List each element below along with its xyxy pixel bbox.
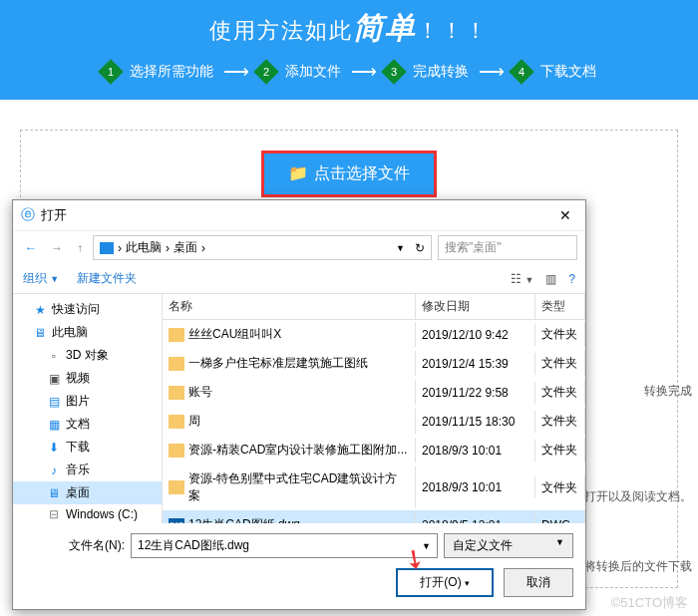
- file-date: 2019/12/10 9:42: [416, 324, 535, 346]
- up-button[interactable]: ↑: [73, 239, 87, 257]
- view-details-icon[interactable]: ▥: [545, 272, 556, 286]
- file-type: 文件夹: [535, 438, 585, 462]
- banner-title: 使用方法如此简单！！！: [0, 8, 698, 49]
- crumb[interactable]: 桌面: [174, 239, 197, 256]
- folder-icon: [169, 444, 184, 458]
- step-num-1: 1: [98, 59, 123, 84]
- chevron-down-icon[interactable]: ▼: [396, 243, 405, 253]
- folder-icon: ⬇: [47, 441, 61, 455]
- file-type: 文件夹: [535, 475, 585, 500]
- file-type: 文件夹: [535, 322, 585, 347]
- file-type: 文件夹: [535, 351, 585, 376]
- pc-icon: [100, 242, 114, 254]
- sidebar-item[interactable]: ⊟Windows (C:): [13, 504, 162, 523]
- step-3: 完成转换: [413, 63, 469, 81]
- sidebar-item[interactable]: 🖥桌面: [13, 481, 162, 504]
- forward-button[interactable]: →: [47, 239, 67, 257]
- sidebar-label: 此电脑: [52, 324, 88, 341]
- file-row[interactable]: 资源-精装CAD室内设计装修施工图附加...2018/9/3 10:01文件夹: [163, 436, 585, 464]
- side-text: 打开以及阅读文档。: [584, 488, 692, 505]
- col-type[interactable]: 类型: [535, 294, 585, 319]
- sidebar-item[interactable]: ▫3D 对象: [13, 344, 162, 367]
- chevron-down-icon[interactable]: ▼: [422, 541, 431, 551]
- organize-menu[interactable]: 组织 ▼: [23, 270, 59, 287]
- sidebar-item[interactable]: ▤图片: [13, 390, 162, 413]
- file-row[interactable]: CAD12生肖CAD图纸.dwg2018/9/5 12:01DWG: [163, 510, 585, 523]
- step-1: 选择所需功能: [130, 63, 213, 81]
- sidebar-label: 音乐: [66, 462, 90, 478]
- file-date: 2019/11/15 18:30: [416, 411, 535, 433]
- folder-icon: [169, 357, 184, 371]
- sidebar-label: Windows (C:): [66, 507, 138, 521]
- file-row[interactable]: 资源-特色别墅中式住宅CAD建筑设计方案2018/9/3 10:01文件夹: [163, 464, 585, 510]
- open-button[interactable]: 打开(O) ▾: [396, 568, 494, 597]
- file-type: 文件夹: [535, 380, 585, 405]
- file-type: 文件夹: [535, 409, 585, 434]
- breadcrumb[interactable]: › 此电脑 › 桌面 › ▼ ↻: [93, 235, 432, 260]
- file-row[interactable]: 丝丝CAU组叫叫X2019/12/10 9:42文件夹: [163, 320, 585, 349]
- folder-icon: ▦: [47, 418, 61, 432]
- file-name: 账号: [188, 384, 212, 401]
- back-button[interactable]: ←: [21, 239, 41, 257]
- sidebar-item[interactable]: ⬇下载: [13, 436, 162, 459]
- step-4: 下载文档: [540, 63, 596, 81]
- folder-icon: [169, 480, 184, 494]
- folder-icon: ▣: [47, 372, 61, 386]
- sidebar-item[interactable]: ▦文档: [13, 413, 162, 436]
- file-name: 一梯多户住宅标准层建筑施工图纸: [188, 355, 368, 372]
- open-dialog: ⓔ 打开 ✕ ← → ↑ › 此电脑 › 桌面 › ▼ ↻ 搜索"桌面" 组织 …: [12, 199, 586, 610]
- folder-icon: ★: [33, 303, 47, 317]
- col-date[interactable]: 修改日期: [416, 294, 535, 319]
- file-list-area: 名称 修改日期 类型 丝丝CAU组叫叫X2019/12/10 9:42文件夹一梯…: [163, 294, 585, 523]
- column-headers: 名称 修改日期 类型: [163, 294, 585, 320]
- step-num-3: 3: [381, 59, 406, 84]
- file-date: 2019/11/22 9:58: [416, 382, 535, 404]
- arrow-icon: ⟶: [351, 61, 375, 83]
- refresh-icon[interactable]: ↻: [415, 241, 425, 255]
- step-2: 添加文件: [285, 63, 341, 81]
- file-date: 2018/9/3 10:01: [416, 476, 535, 498]
- file-type: DWG: [535, 514, 585, 524]
- close-button[interactable]: ✕: [553, 207, 577, 223]
- view-list-icon[interactable]: ☷ ▼: [511, 272, 533, 286]
- file-row[interactable]: 周2019/11/15 18:30文件夹: [163, 407, 585, 436]
- toolbar: 组织 ▼ 新建文件夹 ☷ ▼ ▥ ?: [13, 264, 585, 294]
- sidebar-item[interactable]: ▣视频: [13, 367, 162, 390]
- file-row[interactable]: 账号2019/11/22 9:58文件夹: [163, 378, 585, 407]
- sidebar-item[interactable]: ♪音乐: [13, 459, 162, 481]
- folder-icon: ▤: [47, 395, 61, 409]
- file-name: 资源-特色别墅中式住宅CAD建筑设计方案: [188, 470, 409, 504]
- step-num-4: 4: [509, 59, 533, 84]
- file-filter-select[interactable]: 自定义文件▼: [444, 533, 573, 558]
- col-name[interactable]: 名称: [163, 294, 416, 319]
- file-date: 2018/9/3 10:01: [416, 440, 535, 462]
- chevron-down-icon: ▼: [555, 537, 564, 554]
- file-date: 2019/12/4 15:39: [416, 353, 535, 375]
- help-icon[interactable]: ?: [568, 272, 575, 286]
- sidebar-label: 桌面: [66, 484, 90, 501]
- steps-row: 1 选择所需功能 ⟶ 2 添加文件 ⟶ 3 完成转换 ⟶ 4 下载文档: [0, 61, 698, 83]
- crumb[interactable]: 此电脑: [126, 239, 162, 256]
- cad-icon: CAD: [169, 518, 184, 524]
- side-text: 转换完成: [644, 383, 692, 400]
- sidebar-label: 图片: [66, 393, 90, 410]
- filename-input[interactable]: 12生肖CAD图纸.dwg▼: [131, 533, 438, 558]
- sidebar-label: 文档: [66, 416, 90, 433]
- file-list: 丝丝CAU组叫叫X2019/12/10 9:42文件夹一梯多户住宅标准层建筑施工…: [163, 320, 585, 523]
- file-name: 资源-精装CAD室内设计装修施工图附加...: [188, 442, 407, 459]
- sidebar-label: 视频: [66, 370, 90, 387]
- sidebar-item[interactable]: ★快速访问: [13, 298, 162, 321]
- new-folder-button[interactable]: 新建文件夹: [77, 270, 137, 287]
- file-name: 12生肖CAD图纸.dwg: [188, 516, 300, 523]
- file-row[interactable]: 一梯多户住宅标准层建筑施工图纸2019/12/4 15:39文件夹: [163, 349, 585, 378]
- sidebar-label: 3D 对象: [66, 347, 109, 364]
- file-name: 周: [188, 413, 200, 430]
- file-date: 2018/9/5 12:01: [416, 514, 535, 524]
- sidebar-item[interactable]: 🖥此电脑: [13, 321, 162, 344]
- search-input[interactable]: 搜索"桌面": [438, 235, 577, 260]
- banner: 使用方法如此简单！！！ 1 选择所需功能 ⟶ 2 添加文件 ⟶ 3 完成转换 ⟶…: [0, 0, 698, 100]
- cancel-button[interactable]: 取消: [504, 568, 573, 597]
- folder-icon: ♪: [47, 463, 61, 477]
- select-file-button[interactable]: 点击选择文件: [261, 151, 437, 197]
- folder-icon: [169, 415, 184, 429]
